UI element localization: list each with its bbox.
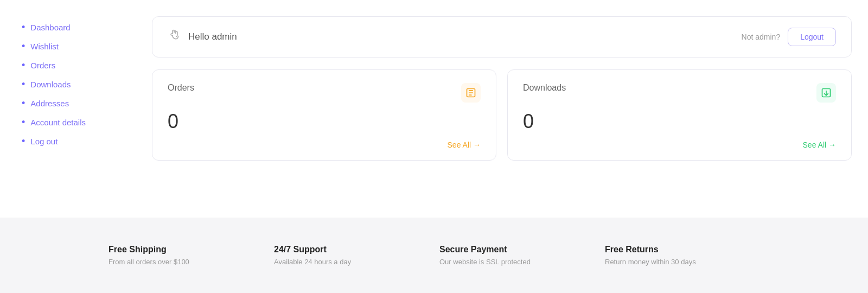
feature-free-returns-desc: Return money within 30 days — [605, 258, 760, 266]
orders-label: Orders — [168, 83, 194, 93]
feature-support: 24/7 Support Available 24 hours a day — [274, 245, 429, 266]
orders-card-header: Orders — [168, 83, 481, 103]
orders-icon — [461, 83, 481, 103]
sidebar-item-downloads[interactable]: Downloads — [22, 79, 119, 90]
feature-free-shipping: Free Shipping From all orders over $100 — [108, 245, 263, 266]
sidebar-link-account-details[interactable]: Account details — [30, 118, 86, 127]
content-area: Hello admin Not admin? Logout Orders — [141, 11, 868, 207]
sidebar: Dashboard Wishlist Orders Downloads Addr… — [0, 11, 141, 207]
orders-card: Orders 0 See All → — [152, 69, 496, 161]
sidebar-link-logout[interactable]: Log out — [30, 137, 58, 146]
footer-features: Free Shipping From all orders over $100 … — [108, 245, 760, 266]
downloads-icon — [816, 83, 836, 103]
sidebar-link-downloads[interactable]: Downloads — [30, 80, 71, 89]
sidebar-link-dashboard[interactable]: Dashboard — [30, 23, 70, 32]
feature-secure-payment-title: Secure Payment — [439, 245, 594, 254]
downloads-card-header: Downloads — [523, 83, 836, 103]
downloads-card: Downloads 0 See All → — [507, 69, 852, 161]
sidebar-item-orders[interactable]: Orders — [22, 60, 119, 71]
downloads-label: Downloads — [523, 83, 566, 93]
hello-left: Hello admin — [168, 29, 237, 45]
sidebar-item-addresses[interactable]: Addresses — [22, 98, 119, 109]
sidebar-item-wishlist[interactable]: Wishlist — [22, 41, 119, 52]
feature-free-returns: Free Returns Return money within 30 days — [605, 245, 760, 266]
page-wrapper: Dashboard Wishlist Orders Downloads Addr… — [0, 0, 868, 293]
wave-icon — [168, 29, 181, 45]
downloads-footer: See All → — [523, 141, 836, 149]
main-content: Dashboard Wishlist Orders Downloads Addr… — [0, 0, 868, 218]
downloads-count: 0 — [523, 110, 836, 133]
logout-button[interactable]: Logout — [788, 28, 836, 46]
downloads-see-all[interactable]: See All → — [803, 141, 836, 149]
sidebar-link-wishlist[interactable]: Wishlist — [30, 42, 59, 51]
sidebar-item-logout[interactable]: Log out — [22, 136, 119, 147]
not-admin-text: Not admin? — [742, 33, 781, 41]
sidebar-item-dashboard[interactable]: Dashboard — [22, 22, 119, 33]
orders-footer: See All → — [168, 141, 481, 149]
hello-right: Not admin? Logout — [742, 28, 836, 46]
orders-see-all[interactable]: See All → — [448, 141, 481, 149]
feature-support-desc: Available 24 hours a day — [274, 258, 429, 266]
feature-free-shipping-desc: From all orders over $100 — [108, 258, 263, 266]
hello-card: Hello admin Not admin? Logout — [152, 16, 852, 58]
feature-secure-payment: Secure Payment Our website is SSL protec… — [439, 245, 594, 266]
feature-free-returns-title: Free Returns — [605, 245, 760, 254]
sidebar-item-account-details[interactable]: Account details — [22, 117, 119, 128]
sidebar-nav-list: Dashboard Wishlist Orders Downloads Addr… — [22, 22, 119, 147]
hello-greeting: Hello admin — [188, 31, 237, 42]
feature-secure-payment-desc: Our website is SSL protected — [439, 258, 594, 266]
stats-row: Orders 0 See All → — [152, 69, 852, 161]
feature-free-shipping-title: Free Shipping — [108, 245, 263, 254]
orders-count: 0 — [168, 110, 481, 133]
feature-support-title: 24/7 Support — [274, 245, 429, 254]
footer-banner: Free Shipping From all orders over $100 … — [0, 218, 868, 293]
sidebar-link-addresses[interactable]: Addresses — [30, 99, 69, 108]
sidebar-link-orders[interactable]: Orders — [30, 61, 55, 70]
